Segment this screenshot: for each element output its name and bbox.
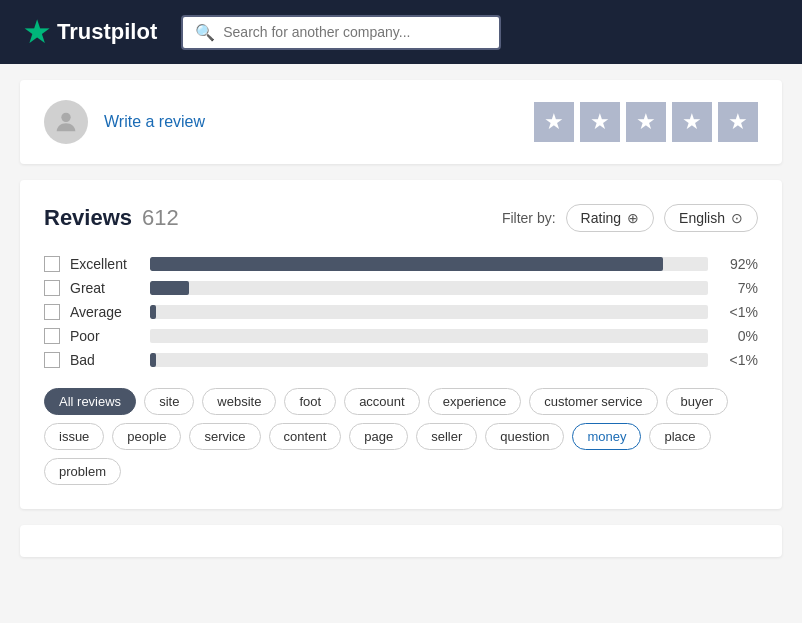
reviews-card: Reviews 612 Filter by: Rating ⊕ English … bbox=[20, 180, 782, 509]
star-1[interactable]: ★ bbox=[534, 102, 574, 142]
search-box[interactable]: 🔍 bbox=[181, 15, 501, 50]
tag-button[interactable]: site bbox=[144, 388, 194, 415]
tag-button[interactable]: foot bbox=[284, 388, 336, 415]
search-input[interactable] bbox=[223, 24, 487, 40]
write-review-left: Write a review bbox=[44, 100, 205, 144]
tag-button[interactable]: All reviews bbox=[44, 388, 136, 415]
tag-button[interactable]: page bbox=[349, 423, 408, 450]
rating-bars: Excellent 92% Great 7% Average <1% Poor bbox=[44, 256, 758, 368]
logo-text: Trustpilot bbox=[57, 19, 157, 45]
avatar bbox=[44, 100, 88, 144]
rating-name-poor: Poor bbox=[70, 328, 140, 344]
write-review-card: Write a review ★ ★ ★ ★ ★ bbox=[20, 80, 782, 164]
bar-container-bad bbox=[150, 353, 708, 367]
language-filter-label: English bbox=[679, 210, 725, 226]
rating-name-average: Average bbox=[70, 304, 140, 320]
tags-section: All reviewssitewebsitefootaccountexperie… bbox=[44, 388, 758, 485]
reviews-label: Reviews bbox=[44, 205, 132, 231]
bar-fill-excellent bbox=[150, 257, 663, 271]
bar-fill-great bbox=[150, 281, 189, 295]
tag-button[interactable]: place bbox=[649, 423, 710, 450]
rating-checkbox-excellent[interactable] bbox=[44, 256, 60, 272]
rating-row[interactable]: Poor 0% bbox=[44, 328, 758, 344]
tag-button[interactable]: content bbox=[269, 423, 342, 450]
rating-row[interactable]: Great 7% bbox=[44, 280, 758, 296]
rating-checkbox-average[interactable] bbox=[44, 304, 60, 320]
tag-button[interactable]: question bbox=[485, 423, 564, 450]
bar-container-great bbox=[150, 281, 708, 295]
rating-pct-bad: <1% bbox=[718, 352, 758, 368]
tag-button[interactable]: service bbox=[189, 423, 260, 450]
reviews-count: 612 bbox=[142, 205, 179, 231]
page-body: Write a review ★ ★ ★ ★ ★ Reviews 612 Fil… bbox=[0, 64, 802, 573]
logo-star-icon: ★ bbox=[24, 16, 49, 49]
star-3[interactable]: ★ bbox=[626, 102, 666, 142]
tag-button[interactable]: people bbox=[112, 423, 181, 450]
rating-pct-excellent: 92% bbox=[718, 256, 758, 272]
rating-pct-average: <1% bbox=[718, 304, 758, 320]
search-icon: 🔍 bbox=[195, 23, 215, 42]
filter-area: Filter by: Rating ⊕ English ⊙ bbox=[502, 204, 758, 232]
plus-icon: ⊕ bbox=[627, 210, 639, 226]
svg-point-0 bbox=[61, 113, 70, 122]
language-filter-button[interactable]: English ⊙ bbox=[664, 204, 758, 232]
write-review-link[interactable]: Write a review bbox=[104, 113, 205, 131]
star-rating-empty[interactable]: ★ ★ ★ ★ ★ bbox=[534, 102, 758, 142]
reviews-header: Reviews 612 Filter by: Rating ⊕ English … bbox=[44, 204, 758, 232]
tag-button[interactable]: money bbox=[572, 423, 641, 450]
bar-fill-average bbox=[150, 305, 156, 319]
logo: ★ Trustpilot bbox=[24, 16, 157, 49]
rating-filter-label: Rating bbox=[581, 210, 621, 226]
tag-button[interactable]: customer service bbox=[529, 388, 657, 415]
rating-row[interactable]: Excellent 92% bbox=[44, 256, 758, 272]
filter-by-label: Filter by: bbox=[502, 210, 556, 226]
tag-button[interactable]: issue bbox=[44, 423, 104, 450]
tag-button[interactable]: experience bbox=[428, 388, 522, 415]
bar-container-average bbox=[150, 305, 708, 319]
bar-container-poor bbox=[150, 329, 708, 343]
header: ★ Trustpilot 🔍 bbox=[0, 0, 802, 64]
bar-container-excellent bbox=[150, 257, 708, 271]
star-4[interactable]: ★ bbox=[672, 102, 712, 142]
rating-filter-button[interactable]: Rating ⊕ bbox=[566, 204, 654, 232]
bar-fill-bad bbox=[150, 353, 156, 367]
bottom-card bbox=[20, 525, 782, 557]
rating-row[interactable]: Bad <1% bbox=[44, 352, 758, 368]
tag-button[interactable]: seller bbox=[416, 423, 477, 450]
tag-button[interactable]: buyer bbox=[666, 388, 729, 415]
rating-name-bad: Bad bbox=[70, 352, 140, 368]
tag-button[interactable]: website bbox=[202, 388, 276, 415]
tag-button[interactable]: problem bbox=[44, 458, 121, 485]
rating-checkbox-poor[interactable] bbox=[44, 328, 60, 344]
rating-pct-great: 7% bbox=[718, 280, 758, 296]
rating-name-great: Great bbox=[70, 280, 140, 296]
info-icon: ⊙ bbox=[731, 210, 743, 226]
rating-checkbox-bad[interactable] bbox=[44, 352, 60, 368]
rating-name-excellent: Excellent bbox=[70, 256, 140, 272]
tag-button[interactable]: account bbox=[344, 388, 420, 415]
rating-row[interactable]: Average <1% bbox=[44, 304, 758, 320]
rating-checkbox-great[interactable] bbox=[44, 280, 60, 296]
star-2[interactable]: ★ bbox=[580, 102, 620, 142]
star-5[interactable]: ★ bbox=[718, 102, 758, 142]
rating-pct-poor: 0% bbox=[718, 328, 758, 344]
reviews-title: Reviews 612 bbox=[44, 205, 179, 231]
